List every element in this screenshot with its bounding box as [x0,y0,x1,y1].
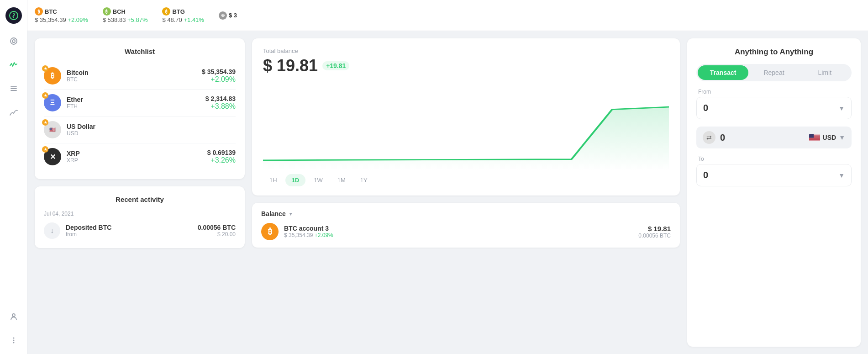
btc-coin-icon: ★ ₿ [44,67,61,85]
time-btn-1h[interactable]: 1H [263,174,284,186]
balance-label: Total balance [263,48,669,54]
tab-transact[interactable]: Transact [698,65,748,80]
balance-section-label: Balance [261,210,286,217]
xrp-usd: $ 0.69139 [207,149,236,156]
from-field-group: From 0 ▼ [696,89,852,119]
svg-point-2 [12,40,15,42]
btc-price-col: $ 35,354.39 +2.09% [202,68,236,84]
eth-star: ★ [42,92,48,99]
svg-rect-23 [809,134,814,138]
svg-rect-18 [809,138,820,139]
btc-change: +2.09% [202,75,236,84]
btc-badge: ₿ [35,7,43,16]
ticker-item-bch[interactable]: ₿ BCH $ 538.83 +5.87% [103,7,148,23]
ticker-other-price: $ 3 [229,12,237,19]
svg-rect-21 [809,140,820,141]
xrp-name: XRP [67,150,202,157]
eth-price-col: $ 2,314.83 +3.88% [205,95,236,111]
activity-deposit-info: Deposited BTC from [66,224,192,238]
balance-change: +19.81 [322,61,349,70]
eth-usd: $ 2,314.83 [205,95,236,102]
usd-symbol: USD [67,130,230,137]
sidebar-item-list[interactable] [7,82,20,95]
recent-activity-card: Recent activity Jul 04, 2021 ↓ Deposited… [35,186,245,248]
eth-name: Ether [67,96,200,103]
btg-badge: ₿ [162,7,170,16]
account-usd: $ 19.81 [638,225,671,232]
ticker-bch-change: +5.87% [127,16,147,23]
watchlist-item-btc[interactable]: ★ ₿ Bitcoin BTC $ 35,354.39 +2.09% [44,63,236,90]
sidebar-item-activity[interactable] [7,58,20,71]
xrp-price-col: $ 0.69139 +3.26% [207,149,236,164]
to-dropdown-icon: ▼ [838,172,845,179]
right-panel: Anything to Anything Transact Repeat Lim… [687,38,861,347]
activity-deposit-amount: 0.00056 BTC $ 20.00 [198,224,236,238]
activity-deposit-title: Deposited BTC [66,224,192,231]
svg-rect-17 [809,138,820,138]
account-card: Balance ▼ ₿ BTC account 3 $ 35,354.39 +2… [252,203,680,248]
main-content: ₿ BTC $ 35,354.39 +2.09% ₿ BCH $ 538.83 … [27,0,868,354]
time-btn-1w[interactable]: 1W [307,174,329,186]
exchange-swap-icon[interactable]: ⇄ [703,131,715,144]
usd-name: US Dollar [67,123,230,130]
time-btn-1d[interactable]: 1D [285,174,306,186]
balance-dropdown-arrow: ▼ [289,211,293,217]
balance-amount: $ 19.81 +19.81 [263,56,669,75]
svg-rect-20 [809,139,820,140]
activity-item-deposit[interactable]: ↓ Deposited BTC from 0.00056 BTC $ 20.00 [44,222,236,239]
ticker-item-btg[interactable]: ₿ BTG $ 48.70 +1.41% [162,7,204,23]
watchlist-item-xrp[interactable]: ★ ✕ XRP XRP $ 0.69139 +3.26% [44,143,236,170]
svg-point-7 [13,340,14,341]
from-dropdown-icon: ▼ [838,105,845,112]
ticker-btg-change: +1.41% [184,16,204,23]
eth-info: Ether ETH [67,96,200,110]
svg-point-6 [12,314,15,317]
to-field-group: To 0 ▼ [696,156,852,186]
account-row[interactable]: ₿ BTC account 3 $ 35,354.39 +2.09% $ 19.… [261,223,671,240]
chart-area [263,79,669,170]
time-btn-1m[interactable]: 1M [331,174,352,186]
ticker-item-btc[interactable]: ₿ BTC $ 35,354.39 +2.09% [35,7,88,23]
eth-symbol: ETH [67,103,200,110]
svg-rect-22 [809,141,820,141]
svg-point-1 [11,38,17,44]
xrp-symbol: XRP [67,157,202,164]
exchange-row: ⇄ 0 [696,127,852,148]
tab-limit[interactable]: Limit [800,65,850,80]
from-field[interactable]: 0 ▼ [696,97,852,119]
account-name: BTC account 3 [284,225,633,232]
btc-name: Bitcoin [67,69,196,76]
left-panel: Watchlist ★ ₿ Bitcoin BTC $ 35,354.39 +2… [35,38,245,347]
app-logo[interactable] [5,7,22,24]
sidebar-item-people[interactable] [7,310,20,323]
xrp-change: +3.26% [207,156,236,164]
to-field[interactable]: 0 ▼ [696,164,852,186]
balance-header[interactable]: Balance ▼ [261,210,671,217]
activity-deposit-sub: from [66,231,192,238]
sidebar [0,0,27,354]
activity-date: Jul 04, 2021 [44,211,236,217]
deposit-crypto: 0.00056 BTC [198,224,236,231]
watchlist-item-usd[interactable]: ★ 🇺🇸 US Dollar USD [44,116,236,143]
account-info: BTC account 3 $ 35,354.39 +2.09% [284,225,633,238]
sidebar-item-dashboard[interactable] [7,35,20,48]
from-label: From [696,89,852,95]
sidebar-item-analytics[interactable] [7,106,20,119]
transact-title: Anything to Anything [696,48,852,57]
tab-repeat[interactable]: Repeat [748,65,799,80]
bch-badge: ₿ [103,7,111,16]
btc-usd: $ 35,354.39 [202,68,236,75]
account-sub: $ 35,354.39 +2.09% [284,232,633,238]
account-balance: $ 19.81 0.00056 BTC [638,225,671,239]
currency-select[interactable]: USD ▼ [809,134,845,141]
sidebar-item-more[interactable] [7,334,20,347]
time-btn-1y[interactable]: 1Y [354,174,374,186]
ticker-btc-change: +2.09% [68,16,88,23]
deposit-icon: ↓ [44,222,60,239]
xrp-info: XRP XRP [67,150,202,164]
watchlist-item-eth[interactable]: ★ Ξ Ether ETH $ 2,314.83 +3.88% [44,90,236,116]
ticker-bch-price: $ 538.83 [103,16,126,23]
ticker-item-other[interactable]: ⊕ $ 3 [219,11,237,20]
account-btc: 0.00056 BTC [638,232,671,239]
currency-dropdown-icon: ▼ [839,134,845,141]
